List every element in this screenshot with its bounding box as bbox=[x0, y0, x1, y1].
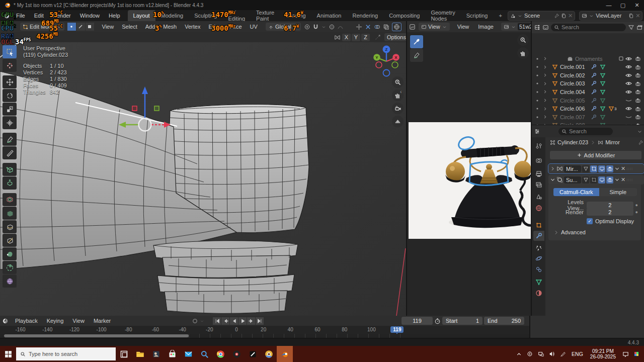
camera-visibility-icon[interactable] bbox=[635, 97, 641, 104]
falloff-dropdown[interactable] bbox=[337, 24, 344, 30]
expand-chevron[interactable] bbox=[543, 113, 547, 121]
workspace-tab-modeling[interactable]: Modeling bbox=[155, 10, 189, 21]
timeline-menu-playback[interactable]: Playback bbox=[11, 315, 42, 326]
tool-move[interactable] bbox=[3, 75, 17, 88]
taskbar-search[interactable]: Type here to search bbox=[16, 347, 116, 360]
object-name[interactable]: Circle.004 bbox=[560, 88, 585, 96]
copy-icon[interactable] bbox=[561, 13, 567, 19]
annotate-tool[interactable] bbox=[410, 49, 423, 62]
tool-knife[interactable] bbox=[3, 234, 17, 247]
workspace-tab-shading[interactable]: Shading bbox=[280, 10, 311, 21]
modifier-header-mirror[interactable]: Mir...✕:::: bbox=[548, 164, 644, 173]
modifier-toggle-2[interactable] bbox=[598, 165, 605, 172]
maximize-button[interactable]: ▢ bbox=[616, 0, 630, 10]
workspace-tab-animation[interactable]: Animation bbox=[311, 10, 347, 21]
viewport-menu-view[interactable]: View bbox=[98, 21, 118, 32]
snap-magnet-icon[interactable] bbox=[312, 24, 319, 30]
view-layer-selector[interactable]: ViewLayer ✕ bbox=[579, 11, 642, 21]
transform-orientation-dropdown[interactable]: Global bbox=[266, 23, 301, 31]
workspace-tab-compositing[interactable]: Compositing bbox=[383, 10, 425, 21]
transport-play[interactable] bbox=[238, 317, 247, 325]
workspace-tab-layout[interactable]: Layout bbox=[128, 10, 155, 21]
taskbar-icon-chrome-alt[interactable] bbox=[261, 346, 277, 362]
grid-toggle-button[interactable] bbox=[392, 116, 404, 127]
tool-smooth[interactable] bbox=[3, 275, 17, 288]
mesh-data-icon[interactable] bbox=[600, 105, 606, 113]
taskbar-icon-task-view[interactable] bbox=[116, 346, 132, 362]
properties-tab-modifiers[interactable] bbox=[533, 231, 544, 241]
expand-chevron[interactable] bbox=[543, 97, 547, 104]
properties-tab-physics[interactable] bbox=[533, 253, 544, 263]
taskbar-icon-blender[interactable] bbox=[277, 346, 293, 362]
modifier-toggle-2[interactable] bbox=[598, 176, 605, 184]
taskbar-icon-file-explorer[interactable] bbox=[132, 346, 148, 362]
expand-chevron[interactable] bbox=[543, 105, 547, 113]
modifier-toggle-3[interactable] bbox=[606, 165, 613, 172]
tool-spin[interactable] bbox=[3, 261, 17, 274]
edge-select-mode[interactable] bbox=[76, 23, 85, 31]
keying-dropdown[interactable] bbox=[199, 318, 205, 324]
tool-select-box[interactable] bbox=[3, 45, 17, 58]
properties-tab-data[interactable] bbox=[533, 277, 544, 287]
scrollbar-thumb[interactable] bbox=[4, 334, 189, 337]
mesh-data-icon[interactable] bbox=[600, 88, 606, 96]
transport-jump-start[interactable] bbox=[213, 317, 221, 325]
start-frame-field[interactable]: Start 1 bbox=[442, 317, 482, 325]
object-name[interactable]: Circle.006 bbox=[560, 105, 585, 113]
show-gizmo-dropdown[interactable] bbox=[356, 24, 362, 30]
camera-visibility-icon[interactable] bbox=[635, 105, 641, 113]
color-app-icon[interactable] bbox=[632, 348, 641, 360]
vertex-select-mode[interactable] bbox=[67, 23, 76, 31]
delete-modifier-button[interactable]: ✕ bbox=[621, 165, 625, 172]
viewport-menu-face[interactable]: Face bbox=[225, 21, 246, 32]
menu-edit[interactable]: Edit bbox=[30, 10, 48, 21]
modifier-wrench-icon[interactable] bbox=[591, 113, 597, 121]
outliner-row-ornaments[interactable]: Ornaments bbox=[532, 54, 644, 63]
workspace-tab-geometry-nodes[interactable]: Geometry Nodes bbox=[425, 10, 460, 21]
object-name[interactable]: Circle.005 bbox=[560, 97, 585, 104]
copy-icon[interactable] bbox=[628, 13, 634, 19]
camera-visibility-icon[interactable] bbox=[635, 88, 641, 96]
modifier-wrench-icon[interactable] bbox=[591, 88, 597, 96]
clock[interactable]: 09:21 PM 26-09-2025 bbox=[590, 348, 616, 359]
camera-view-button[interactable] bbox=[392, 103, 404, 114]
taskbar-icon-chrome[interactable] bbox=[212, 346, 228, 362]
modifier-wrench-icon[interactable] bbox=[591, 80, 597, 87]
volume-icon[interactable] bbox=[547, 348, 556, 360]
tool-add-cube[interactable] bbox=[3, 163, 17, 176]
outliner-row-circle-001[interactable]: Circle.001 bbox=[532, 63, 644, 71]
modifier-wrench-icon[interactable] bbox=[591, 71, 597, 79]
breadcrumb-object[interactable]: Cylinder.023 bbox=[557, 139, 588, 145]
collapse-chevron[interactable] bbox=[550, 177, 555, 183]
expand-chevron[interactable] bbox=[543, 71, 547, 79]
tool-inset[interactable] bbox=[3, 193, 17, 206]
outliner-row-circle-008[interactable]: Circle.008 bbox=[532, 121, 644, 125]
camera-visibility-icon[interactable] bbox=[635, 113, 641, 121]
modifier-extras-dropdown[interactable] bbox=[614, 177, 620, 183]
current-frame-field[interactable]: 119 bbox=[401, 317, 433, 325]
mode-dropdown[interactable]: Edit Mode bbox=[20, 23, 64, 31]
render-field[interactable]: 2 bbox=[587, 208, 633, 216]
add-workspace-button[interactable]: + bbox=[493, 10, 507, 21]
network-icon[interactable] bbox=[536, 348, 545, 360]
breadcrumb-modifier[interactable]: Mirror bbox=[605, 139, 620, 145]
modifier-extras-dropdown[interactable] bbox=[614, 166, 620, 171]
region-collapse-chevron[interactable]: ‹ bbox=[400, 88, 402, 95]
tool-rotate[interactable] bbox=[3, 89, 17, 102]
outliner-row-circle-003[interactable]: Circle.003 bbox=[532, 79, 644, 88]
properties-tab-object[interactable] bbox=[533, 220, 544, 230]
timeline-scrollbar[interactable] bbox=[0, 334, 529, 338]
mesh-data-icon[interactable] bbox=[600, 80, 606, 87]
properties-search[interactable]: Search bbox=[558, 128, 613, 135]
pan-hand-button[interactable] bbox=[517, 47, 529, 59]
mesh-data-icon[interactable] bbox=[600, 71, 606, 79]
modifier-wrench-icon[interactable] bbox=[591, 105, 597, 113]
eye-open-icon[interactable] bbox=[625, 88, 632, 96]
catmull-clark-button[interactable]: Catmull-Clark bbox=[553, 188, 599, 196]
transport-prev-key[interactable] bbox=[221, 317, 229, 325]
object-name[interactable]: Circle.002 bbox=[560, 71, 585, 79]
viewport-menu-mesh[interactable]: Mesh bbox=[159, 21, 181, 32]
camera-visibility-icon[interactable] bbox=[635, 63, 641, 71]
properties-options-chevron[interactable] bbox=[636, 128, 643, 135]
menu-render[interactable]: Render bbox=[48, 10, 75, 21]
